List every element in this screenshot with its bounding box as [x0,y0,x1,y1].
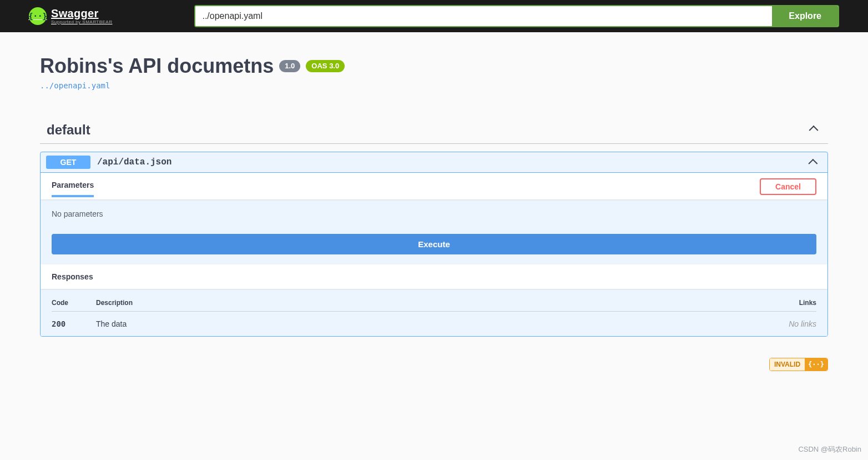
swagger-logo-icon: {··} [29,7,47,25]
no-parameters-text: No parameters [41,199,827,234]
parameters-bar: Parameters Cancel [41,173,827,199]
response-row: 200 The data No links [52,312,816,328]
swagger-logo-link[interactable]: {··} Swagger Supported by SMARTBEAR [29,7,112,25]
cancel-button[interactable]: Cancel [760,178,816,195]
responses-heading: Responses [41,264,827,289]
http-method-badge: GET [46,156,90,169]
spec-url-input[interactable] [195,6,772,26]
parameters-tab[interactable]: Parameters [52,181,94,197]
chevron-up-icon [810,124,821,136]
tag-name: default [47,122,90,138]
col-header-links: Links [761,299,816,307]
oas-badge: OAS 3.0 [306,60,345,72]
operation-summary[interactable]: GET /api/data.json [41,152,827,172]
topbar: {··} Swagger Supported by SMARTBEAR Expl… [0,0,868,32]
responses-table: Code Description Links 200 The data No l… [41,289,827,336]
response-links: No links [761,319,816,328]
api-title-row: Robins's API documetns 1.0 OAS 3.0 [40,54,828,78]
watermark: CSDN @码农Robin [798,444,861,454]
json-icon: {··} [805,358,827,371]
logo-text: Swagger [51,8,112,19]
execute-button[interactable]: Execute [52,234,816,254]
validation-text: INVALID [770,358,805,371]
spec-url-form: Explore [194,5,839,27]
response-description: The data [96,319,761,328]
col-header-description: Description [96,299,761,307]
version-badge: 1.0 [279,60,300,72]
operation-path: /api/data.json [97,157,811,167]
logo-subtext: Supported by SMARTBEAR [51,20,112,24]
operation-get: GET /api/data.json Parameters Cancel No … [40,152,828,337]
validation-badge[interactable]: INVALID {··} [769,358,828,371]
explore-button[interactable]: Explore [772,6,838,26]
chevron-up-icon [811,157,822,168]
tag-header-default[interactable]: default [40,117,828,144]
api-title: Robins's API documetns [40,54,274,78]
response-code: 200 [52,319,96,328]
spec-file-link[interactable]: ../openapi.yaml [40,81,110,90]
col-header-code: Code [52,299,96,307]
